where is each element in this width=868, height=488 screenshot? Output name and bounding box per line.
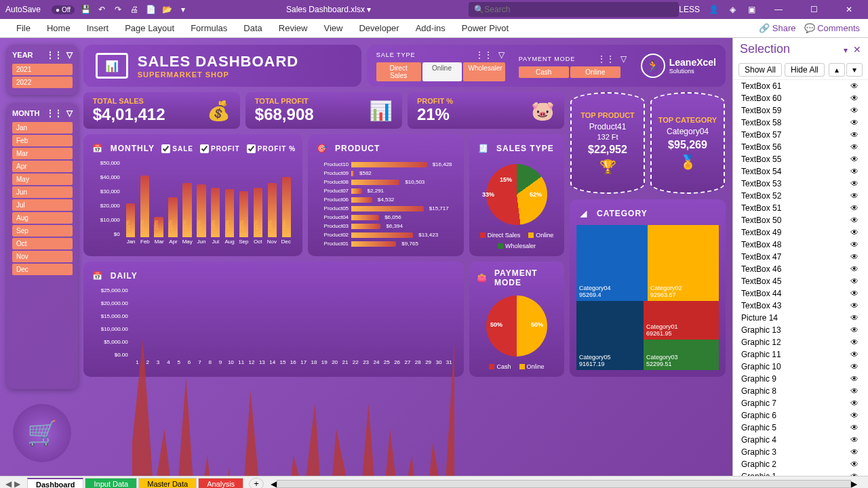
selection-item[interactable]: TextBox 50👁 xyxy=(733,214,868,226)
selection-item[interactable]: Graphic 7👁 xyxy=(733,397,868,409)
visibility-icon[interactable]: 👁 xyxy=(849,167,860,176)
tab-view[interactable]: View xyxy=(315,20,351,36)
month-mar[interactable]: Mar xyxy=(12,148,73,159)
autosave-toggle[interactable]: ● Off xyxy=(52,5,75,14)
visibility-icon[interactable]: 👁 xyxy=(849,277,860,286)
visibility-icon[interactable]: 👁 xyxy=(849,130,860,140)
month-feb[interactable]: Feb xyxy=(12,135,73,146)
month-apr[interactable]: Apr xyxy=(12,161,73,172)
tab-file[interactable]: File xyxy=(8,20,39,36)
visibility-icon[interactable]: 👁 xyxy=(849,325,860,335)
search-input[interactable] xyxy=(484,5,673,14)
year-2021[interactable]: 2021 xyxy=(12,64,73,75)
payment-online[interactable]: Online xyxy=(570,66,620,78)
selection-item[interactable]: Graphic 5👁 xyxy=(733,422,868,434)
selection-item[interactable]: TextBox 45👁 xyxy=(733,275,868,287)
selection-item[interactable]: TextBox 58👁 xyxy=(733,117,868,129)
multiselect-icon[interactable]: ⋮⋮ xyxy=(46,108,62,118)
selection-item[interactable]: Graphic 9👁 xyxy=(733,373,868,385)
selection-item[interactable]: Graphic 12👁 xyxy=(733,336,868,348)
prev-sheet-icon[interactable]: ◀ xyxy=(5,479,12,489)
filename-dropdown-icon[interactable]: ▾ xyxy=(367,5,371,14)
selection-close-icon[interactable]: ✕ xyxy=(853,44,861,55)
visibility-icon[interactable]: 👁 xyxy=(849,142,860,152)
diamond-icon[interactable]: ◈ xyxy=(727,4,738,15)
close-icon[interactable]: ✕ xyxy=(835,0,863,19)
month-jun[interactable]: Jun xyxy=(12,186,73,198)
move-up-icon[interactable]: ▴ xyxy=(829,63,845,77)
tab-home[interactable]: Home xyxy=(39,20,79,36)
selection-item[interactable]: Graphic 3👁 xyxy=(733,446,868,458)
selection-item[interactable]: Graphic 13👁 xyxy=(733,324,868,336)
selection-item[interactable]: TextBox 59👁 xyxy=(733,104,868,117)
visibility-icon[interactable]: 👁 xyxy=(849,399,860,408)
move-down-icon[interactable]: ▾ xyxy=(846,63,863,77)
undo-icon[interactable]: ↶ xyxy=(96,4,107,15)
visibility-icon[interactable]: 👁 xyxy=(849,289,860,298)
month-oct[interactable]: Oct xyxy=(12,238,73,249)
comments-button[interactable]: 💬 Comments xyxy=(804,23,860,33)
visibility-icon[interactable]: 👁 xyxy=(849,472,860,476)
user-avatar-icon[interactable]: 👤 xyxy=(708,4,719,15)
clear-filter-icon[interactable]: ▽ xyxy=(66,50,73,60)
visibility-icon[interactable]: 👁 xyxy=(849,460,860,469)
share-button[interactable]: 🔗 Share xyxy=(759,23,795,33)
visibility-icon[interactable]: 👁 xyxy=(849,301,860,310)
visibility-icon[interactable]: 👁 xyxy=(849,228,860,237)
selection-item[interactable]: Graphic 10👁 xyxy=(733,361,868,373)
tab-review[interactable]: Review xyxy=(271,20,316,36)
visibility-icon[interactable]: 👁 xyxy=(849,191,860,201)
visibility-icon[interactable]: 👁 xyxy=(849,155,860,164)
visibility-icon[interactable]: 👁 xyxy=(849,447,860,457)
hide-all-button[interactable]: Hide All xyxy=(785,63,825,77)
tab-formulas[interactable]: Formulas xyxy=(182,20,235,36)
visibility-icon[interactable]: 👁 xyxy=(849,264,860,274)
add-sheet-button[interactable]: + xyxy=(249,478,264,489)
visibility-icon[interactable]: 👁 xyxy=(849,240,860,249)
open-icon[interactable]: 📂 xyxy=(161,4,172,15)
tab-page-layout[interactable]: Page Layout xyxy=(117,20,182,36)
scroll-right-icon[interactable]: ▶ xyxy=(851,479,857,489)
sheet-tab-dashboard[interactable]: Dashboard xyxy=(27,478,83,489)
selection-item[interactable]: TextBox 44👁 xyxy=(733,287,868,300)
customize-icon[interactable]: ▾ xyxy=(178,4,189,15)
visibility-icon[interactable]: 👁 xyxy=(849,179,860,188)
month-jan[interactable]: Jan xyxy=(12,122,73,134)
visibility-icon[interactable]: 👁 xyxy=(849,203,860,213)
next-sheet-icon[interactable]: ▶ xyxy=(14,479,20,489)
clear-filter-icon[interactable]: ▽ xyxy=(66,108,73,118)
print-icon[interactable]: 🖨 xyxy=(129,4,140,15)
selection-item[interactable]: TextBox 48👁 xyxy=(733,239,868,251)
multiselect-icon[interactable]: ⋮⋮ xyxy=(597,54,615,64)
check-profit-pct[interactable]: PROFIT % xyxy=(247,144,296,153)
tab-data[interactable]: Data xyxy=(235,20,270,36)
selection-item[interactable]: TextBox 57👁 xyxy=(733,129,868,141)
year-2022[interactable]: 2022 xyxy=(12,77,73,88)
redo-icon[interactable]: ↷ xyxy=(113,4,123,15)
visibility-icon[interactable]: 👁 xyxy=(849,118,860,127)
multiselect-icon[interactable]: ⋮⋮ xyxy=(475,50,493,60)
check-sale[interactable]: SALE xyxy=(161,144,193,153)
selection-item[interactable]: TextBox 56👁 xyxy=(733,141,868,153)
show-all-button[interactable]: Show All xyxy=(738,63,782,77)
selection-item[interactable]: TextBox 54👁 xyxy=(733,165,868,178)
sale-type-direct[interactable]: Direct Sales xyxy=(376,62,421,81)
visibility-icon[interactable]: 👁 xyxy=(849,362,860,371)
tab-power-pivot[interactable]: Power Pivot xyxy=(454,20,517,36)
selection-item[interactable]: TextBox 49👁 xyxy=(733,226,868,239)
visibility-icon[interactable]: 👁 xyxy=(849,313,860,323)
month-nov[interactable]: Nov xyxy=(12,251,73,262)
selection-item[interactable]: TextBox 47👁 xyxy=(733,251,868,263)
selection-item[interactable]: TextBox 55👁 xyxy=(733,153,868,165)
selection-item[interactable]: Graphic 4👁 xyxy=(733,434,868,446)
selection-item[interactable]: TextBox 46👁 xyxy=(733,263,868,275)
selection-item[interactable]: TextBox 61👁 xyxy=(733,80,868,92)
selection-item[interactable]: TextBox 43👁 xyxy=(733,300,868,312)
visibility-icon[interactable]: 👁 xyxy=(849,106,860,115)
tab-add-ins[interactable]: Add-ins xyxy=(408,20,454,36)
month-jul[interactable]: Jul xyxy=(12,199,73,211)
minimize-icon[interactable]: — xyxy=(765,0,792,19)
month-may[interactable]: May xyxy=(12,174,73,185)
sheet-tab-analysis[interactable]: Analysis xyxy=(198,478,243,488)
visibility-icon[interactable]: 👁 xyxy=(849,350,860,359)
